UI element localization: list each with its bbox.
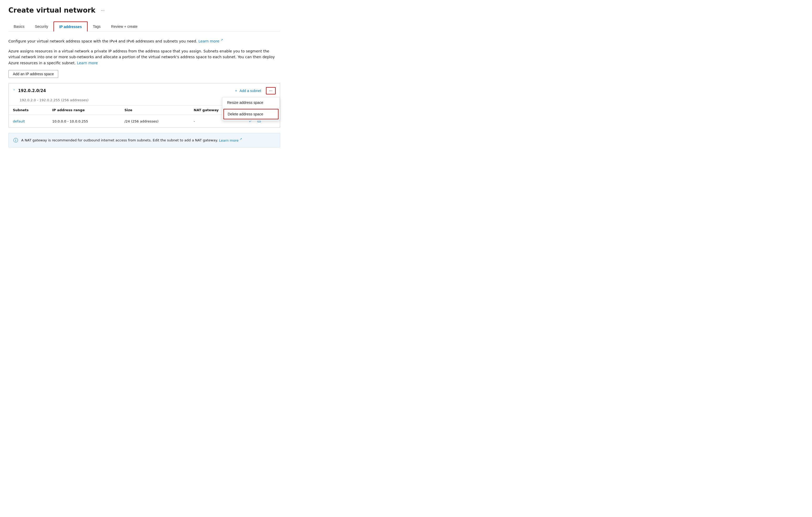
address-space-header: ⌃ 192.0.2.0/24 ＋ Add a subnet ··· Resize… <box>9 83 280 98</box>
add-subnet-button[interactable]: ＋ Add a subnet <box>232 87 263 94</box>
resize-address-space-button[interactable]: Resize address space <box>223 97 280 108</box>
subnet-link[interactable]: default <box>13 119 25 123</box>
info-banner-message: A NAT gateway is recommended for outboun… <box>21 139 218 142</box>
size-cell: /24 (256 addresses) <box>120 115 190 128</box>
tab-basics[interactable]: Basics <box>8 22 30 31</box>
address-space-card: ⌃ 192.0.2.0/24 ＋ Add a subnet ··· Resize… <box>8 83 280 128</box>
learn-more-link-2[interactable]: Learn more <box>77 61 98 65</box>
learn-more-link-1[interactable]: Learn more ↗ <box>199 39 223 43</box>
col-header-ip-range: IP address range <box>48 106 120 115</box>
info-icon: ⓘ <box>13 137 18 143</box>
tab-review-create[interactable]: Review + create <box>106 22 143 31</box>
external-link-icon-1: ↗ <box>221 38 223 42</box>
description-1-text: Configure your virtual network address s… <box>8 39 197 43</box>
page-title-row: Create virtual network ··· <box>8 6 280 14</box>
address-space-cidr: 192.0.2.0/24 <box>18 88 230 93</box>
col-header-size: Size <box>120 106 190 115</box>
description-2-text: Azure assigns resources in a virtual net… <box>8 49 275 65</box>
learn-more-link-3[interactable]: Learn more ↗ <box>219 139 242 142</box>
plus-icon: ＋ <box>234 88 238 93</box>
info-banner-text: A NAT gateway is recommended for outboun… <box>21 137 242 143</box>
col-header-subnets: Subnets <box>9 106 48 115</box>
subnet-name-cell: default <box>9 115 48 128</box>
info-banner: ⓘ A NAT gateway is recommended for outbo… <box>8 133 280 147</box>
ip-range-cell: 10.0.0.0 - 10.0.0.255 <box>48 115 120 128</box>
tab-bar: Basics Security IP addresses Tags Review… <box>8 22 280 31</box>
tab-tags[interactable]: Tags <box>88 22 106 31</box>
page-ellipsis-button[interactable]: ··· <box>98 6 107 14</box>
collapse-chevron-icon[interactable]: ⌃ <box>13 89 16 93</box>
add-subnet-label: Add a subnet <box>239 89 261 93</box>
delete-address-space-button[interactable]: Delete address space <box>224 109 279 119</box>
external-link-icon-3: ↗ <box>240 137 242 142</box>
address-space-more-button[interactable]: ··· <box>266 87 276 94</box>
address-space-context-menu: Resize address space Delete address spac… <box>222 97 280 121</box>
page-title: Create virtual network <box>8 6 95 14</box>
tab-ip-addresses[interactable]: IP addresses <box>54 22 88 31</box>
tab-security[interactable]: Security <box>30 22 54 31</box>
description-2: Azure assigns resources in a virtual net… <box>8 48 280 66</box>
description-1: Configure your virtual network address s… <box>8 38 280 44</box>
add-ip-address-space-button[interactable]: Add an IP address space <box>8 70 58 78</box>
